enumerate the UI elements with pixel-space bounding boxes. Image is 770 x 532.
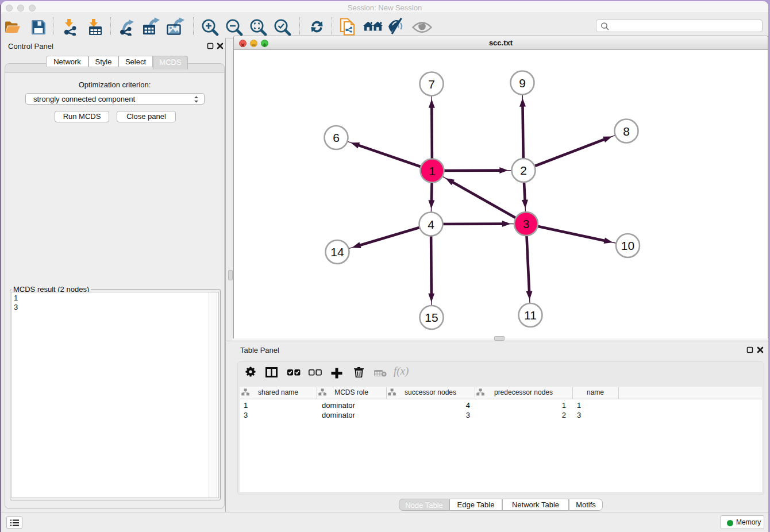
svg-text:6: 6 — [333, 131, 340, 144]
svg-text:1: 1 — [429, 164, 436, 178]
svg-text:2: 2 — [520, 164, 527, 177]
svg-text:8: 8 — [623, 125, 630, 138]
svg-text:9: 9 — [519, 76, 526, 90]
svg-text:7: 7 — [428, 78, 435, 91]
svg-text:14: 14 — [330, 245, 344, 259]
svg-text:3: 3 — [523, 217, 530, 230]
svg-text:4: 4 — [428, 218, 434, 231]
svg-text:15: 15 — [425, 311, 438, 324]
svg-text:10: 10 — [621, 239, 634, 252]
svg-text:11: 11 — [524, 309, 537, 322]
